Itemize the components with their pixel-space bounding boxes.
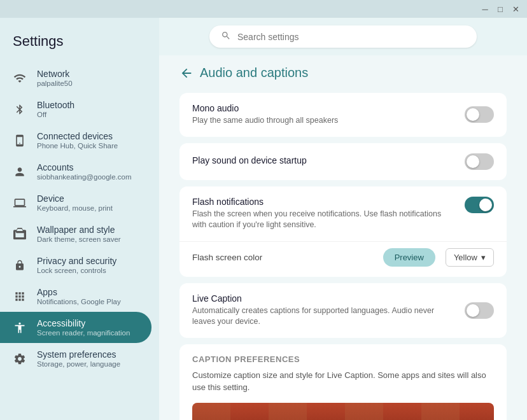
dropdown-arrow-icon: ▾: [481, 253, 486, 262]
sidebar-item-wallpaper[interactable]: Wallpaper and style Dark theme, screen s…: [0, 218, 151, 249]
bluetooth-text: Bluetooth Off: [37, 100, 74, 118]
maximize-button[interactable]: □: [495, 4, 505, 14]
sidebar-item-accounts[interactable]: Accounts siobhankeating@google.com: [0, 156, 151, 187]
device-label: Device: [37, 193, 113, 204]
flash-notifications-desc: Flash the screen when you receive notifi…: [192, 209, 454, 231]
apps-text: Apps Notifications, Google Play: [37, 287, 121, 305]
accounts-sublabel: siobhankeating@google.com: [37, 173, 132, 181]
network-label: Network: [37, 69, 73, 79]
close-button[interactable]: ✕: [510, 4, 521, 14]
caption-prefs-desc: Customize caption size and style for Liv…: [192, 369, 494, 394]
live-caption-track: [465, 302, 494, 319]
sidebar-item-device[interactable]: Device Keyboard, mouse, print: [0, 187, 151, 218]
apps-sublabel: Notifications, Google Play: [37, 298, 121, 305]
flash-notifications-text: Flash notifications Flash the screen whe…: [192, 197, 454, 231]
system-text: System preferences Storage, power, langu…: [37, 349, 120, 368]
search-bar-wrap: [159, 18, 527, 55]
accounts-text: Accounts siobhankeating@google.com: [37, 162, 132, 181]
devices-icon: [13, 134, 27, 148]
sidebar-item-apps[interactable]: Apps Notifications, Google Play: [0, 281, 151, 312]
accessibility-label: Accessibility: [37, 318, 130, 328]
sidebar-title: Settings: [0, 28, 159, 62]
startup-sound-label: Play sound on device startup: [192, 155, 454, 165]
flash-notifications-label: Flash notifications: [192, 197, 454, 207]
mono-audio-thumb: [467, 108, 479, 121]
minimize-button[interactable]: ─: [480, 4, 490, 14]
wallpaper-text: Wallpaper and style Dark theme, screen s…: [37, 225, 121, 243]
sidebar-item-system[interactable]: System preferences Storage, power, langu…: [0, 343, 151, 374]
sidebar-item-connected[interactable]: Connected devices Phone Hub, Quick Share: [0, 125, 151, 156]
flash-notifications-toggle[interactable]: [465, 197, 494, 213]
bluetooth-label: Bluetooth: [37, 100, 74, 110]
startup-sound-text: Play sound on device startup: [192, 155, 454, 167]
color-dropdown[interactable]: Yellow ▾: [446, 248, 494, 267]
mono-audio-label: Mono audio: [192, 103, 454, 113]
app-window: Settings Network palpalite50 Bluetooth O…: [0, 18, 527, 420]
accounts-label: Accounts: [37, 162, 132, 172]
stair-decoration: [192, 403, 494, 421]
sidebar-item-privacy[interactable]: Privacy and security Lock screen, contro…: [0, 249, 151, 281]
color-value: Yellow: [454, 253, 477, 262]
sidebar-item-bluetooth[interactable]: Bluetooth Off: [0, 94, 151, 125]
content-area: Audio and captions Mono audio Play the s…: [159, 18, 527, 420]
caption-preview-image: The quick brown fox jumps over the lazy …: [192, 403, 494, 421]
lock-icon: [13, 258, 27, 272]
page-content: Audio and captions Mono audio Play the s…: [159, 55, 527, 420]
search-bar: [209, 25, 477, 48]
startup-sound-thumb: [467, 155, 479, 168]
startup-sound-row: Play sound on device startup: [179, 143, 507, 180]
page-title: Audio and captions: [200, 66, 308, 80]
accessibility-text: Accessibility Screen reader, magnificati…: [37, 318, 130, 337]
live-caption-label: Live Caption: [192, 293, 454, 304]
accessibility-icon: [13, 321, 27, 335]
caption-prefs-title: Caption preferences: [192, 354, 494, 364]
mono-audio-track: [465, 106, 494, 123]
live-caption-thumb: [467, 304, 479, 317]
preview-button[interactable]: Preview: [383, 248, 435, 267]
device-sublabel: Keyboard, mouse, print: [37, 204, 113, 212]
privacy-sublabel: Lock screen, controls: [37, 267, 116, 274]
flash-notifications-track: [465, 197, 494, 213]
startup-sound-track: [465, 153, 494, 170]
live-caption-desc: Automatically creates captions for suppo…: [192, 305, 454, 328]
search-input[interactable]: [237, 32, 465, 42]
bluetooth-sublabel: Off: [37, 111, 74, 118]
flash-notifications-top: Flash notifications Flash the screen whe…: [179, 186, 507, 241]
mono-audio-row: Mono audio Play the same audio through a…: [179, 93, 507, 137]
accessibility-sublabel: Screen reader, magnification: [37, 329, 130, 337]
live-caption-row: Live Caption Automatically creates capti…: [179, 283, 507, 338]
bluetooth-icon: [13, 102, 27, 116]
wallpaper-sublabel: Dark theme, screen saver: [37, 235, 121, 243]
live-caption-text: Live Caption Automatically creates capti…: [192, 293, 454, 328]
flash-notifications-thumb: [479, 199, 492, 211]
sidebar-item-accessibility[interactable]: Accessibility Screen reader, magnificati…: [0, 312, 151, 343]
flash-notifications-row: Flash notifications Flash the screen whe…: [179, 186, 507, 277]
network-text: Network palpalite50: [37, 69, 73, 87]
title-bar: ─ □ ✕: [0, 0, 527, 18]
system-icon: [13, 352, 27, 366]
mono-audio-toggle[interactable]: [465, 106, 494, 123]
system-sublabel: Storage, power, language: [37, 360, 120, 368]
flash-color-row: Flash screen color Preview Yellow ▾: [179, 241, 507, 277]
mono-audio-text: Mono audio Play the same audio through a…: [192, 103, 454, 127]
page-header: Audio and captions: [179, 55, 507, 93]
wallpaper-icon: [13, 227, 27, 241]
sidebar-item-network[interactable]: Network palpalite50: [0, 62, 151, 94]
privacy-text: Privacy and security Lock screen, contro…: [37, 256, 116, 274]
apps-icon: [13, 290, 27, 304]
sidebar: Settings Network palpalite50 Bluetooth O…: [0, 18, 159, 420]
privacy-label: Privacy and security: [37, 256, 116, 266]
network-sublabel: palpalite50: [37, 80, 73, 87]
mono-audio-desc: Play the same audio through all speakers: [192, 115, 454, 127]
live-caption-toggle[interactable]: [465, 302, 494, 319]
connected-label: Connected devices: [37, 131, 118, 141]
caption-prefs-section: Caption preferences Customize caption si…: [179, 344, 507, 421]
device-text: Device Keyboard, mouse, print: [37, 193, 113, 212]
account-icon: [13, 165, 27, 179]
back-button[interactable]: [179, 66, 193, 80]
system-label: System preferences: [37, 349, 120, 360]
search-icon: [221, 31, 231, 43]
wallpaper-label: Wallpaper and style: [37, 225, 121, 235]
connected-sublabel: Phone Hub, Quick Share: [37, 142, 118, 150]
startup-sound-toggle[interactable]: [465, 153, 494, 170]
